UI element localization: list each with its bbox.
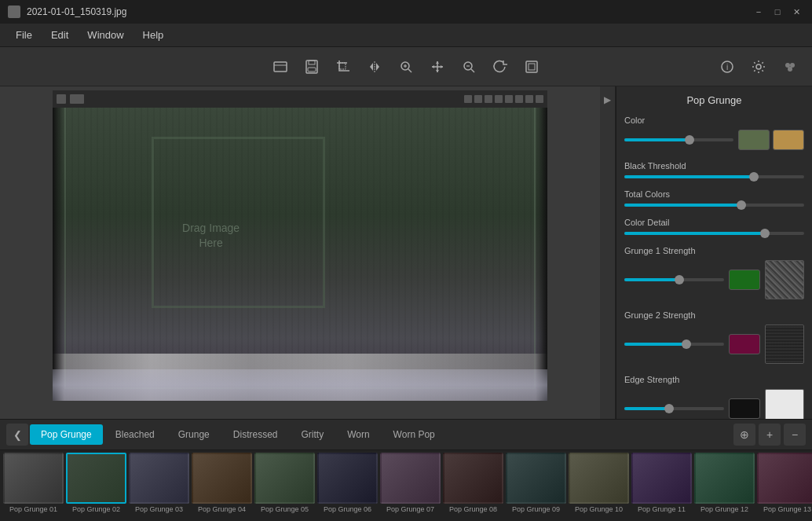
- info-button[interactable]: i: [713, 53, 741, 81]
- thumbnail-item[interactable]: Pop Grunge 09: [506, 453, 566, 519]
- grunge1-swatch[interactable]: [729, 270, 760, 290]
- thumbnail-label: Pop Grunge 07: [380, 505, 441, 513]
- grunge2-swatch[interactable]: [729, 334, 760, 354]
- grunge1-strength-slider[interactable]: [624, 278, 724, 281]
- svg-point-20: [788, 67, 792, 72]
- edge-texture[interactable]: [765, 389, 804, 419]
- svg-point-19: [790, 63, 795, 68]
- tab-gritty[interactable]: Gritty: [290, 424, 335, 445]
- grunge2-strength-slider[interactable]: [624, 343, 724, 346]
- panel-toggle-icon: ▶: [604, 94, 611, 105]
- thumbnail-label: Pop Grunge 03: [129, 505, 189, 513]
- thumbnail-image: [380, 453, 441, 504]
- thumbnail-item[interactable]: Pop Grunge 10: [569, 453, 629, 519]
- thumbnail-label: Pop Grunge 06: [317, 505, 378, 513]
- svg-rect-0: [274, 62, 287, 72]
- color-slider[interactable]: [624, 138, 733, 141]
- thumbnail-item[interactable]: Pop Grunge 12: [694, 453, 755, 519]
- menu-window[interactable]: Window: [78, 26, 133, 44]
- thumbnail-item[interactable]: Pop Grunge 03: [129, 453, 189, 519]
- total-colors-control: Total Colors: [624, 189, 804, 207]
- panel-content: Pop Grunge Color: [616, 86, 812, 419]
- thumbnail-label: Pop Grunge 12: [694, 505, 755, 513]
- color-detail-slider[interactable]: [624, 232, 804, 235]
- thumbnail-item[interactable]: Pop Grunge 11: [631, 453, 692, 519]
- color-swatch-1[interactable]: [738, 130, 770, 150]
- canvas-placeholder: Drag Image Here: [53, 90, 547, 401]
- settings-button[interactable]: [744, 53, 773, 81]
- menu-help[interactable]: Help: [134, 26, 174, 44]
- menubar: File Edit Window Help: [0, 24, 812, 47]
- color-detail-label: Color Detail: [624, 218, 804, 227]
- zoom-in-tool[interactable]: [392, 53, 420, 81]
- canvas-panel-row: Drag Image Here: [0, 86, 812, 419]
- color-control: Color: [624, 116, 804, 150]
- tab-worn-pop[interactable]: Worn Pop: [382, 424, 446, 445]
- thumbnail-item[interactable]: Pop Grunge 04: [192, 453, 252, 519]
- thumbnail-label: Pop Grunge 04: [192, 505, 252, 513]
- grunge1-texture[interactable]: [765, 260, 804, 299]
- panel-toggle-button[interactable]: ▶: [600, 86, 616, 419]
- effects-button[interactable]: [776, 53, 804, 81]
- prev-filter-button[interactable]: ❮: [6, 424, 28, 446]
- open-image-tool[interactable]: [266, 53, 294, 81]
- tab-grunge[interactable]: Grunge: [167, 424, 221, 445]
- tab-bleached[interactable]: Bleached: [104, 424, 166, 445]
- minimize-button[interactable]: −: [751, 4, 766, 20]
- svg-point-17: [756, 64, 761, 69]
- add-filter-button[interactable]: +: [759, 424, 781, 446]
- rotate-tool[interactable]: [486, 53, 514, 81]
- pan-tool[interactable]: [423, 53, 452, 81]
- edge-swatch[interactable]: [729, 398, 760, 419]
- thumbnail-item[interactable]: Pop Grunge 01: [3, 453, 64, 519]
- black-threshold-control: Black Threshold: [624, 161, 804, 178]
- menu-file[interactable]: File: [6, 26, 42, 44]
- thumbnail-image: [443, 453, 503, 504]
- tab-pop-grunge[interactable]: Pop Grunge: [30, 424, 103, 445]
- toolbar: i: [0, 47, 812, 86]
- edge-strength-label: Edge Strength: [624, 375, 804, 384]
- color-swatch-2[interactable]: [773, 130, 804, 150]
- thumbnail-item[interactable]: Pop Grunge 02: [66, 453, 126, 519]
- grunge2-texture[interactable]: [765, 325, 804, 364]
- grunge1-strength-label: Grunge 1 Strength: [624, 246, 804, 255]
- flip-tool[interactable]: [360, 53, 389, 81]
- thumbnail-label: Pop Grunge 09: [506, 505, 566, 513]
- total-colors-slider[interactable]: [624, 204, 804, 207]
- main-wrapper: Drag Image Here: [0, 86, 812, 521]
- black-threshold-slider[interactable]: [624, 175, 804, 178]
- titlebar: 2021-01-01_150319.jpg − □ ✕: [0, 0, 812, 24]
- thumbnail-item[interactable]: Pop Grunge 07: [380, 453, 441, 519]
- thumbnail-image: [129, 453, 189, 504]
- drag-text: Drag Image Here: [182, 221, 240, 251]
- filter-options-button[interactable]: ⊕: [733, 424, 755, 446]
- thumbnail-image: [317, 453, 378, 504]
- canvas-area: Drag Image Here: [0, 86, 600, 419]
- fit-to-screen-tool[interactable]: [518, 53, 546, 81]
- thumbnail-image: [66, 453, 126, 504]
- tab-distressed[interactable]: Distressed: [222, 424, 289, 445]
- svg-point-18: [785, 63, 790, 68]
- thumbnail-item[interactable]: Pop Grunge 06: [317, 453, 378, 519]
- save-tool[interactable]: [298, 53, 326, 81]
- svg-line-7: [408, 69, 411, 72]
- svg-rect-13: [526, 61, 537, 72]
- black-threshold-label: Black Threshold: [624, 161, 804, 171]
- thumbnail-item[interactable]: Pop Grunge 13: [757, 453, 812, 519]
- zoom-out-tool[interactable]: [455, 53, 483, 81]
- close-button[interactable]: ✕: [788, 4, 804, 20]
- tab-worn[interactable]: Worn: [336, 424, 380, 445]
- thumbnail-image: [631, 453, 692, 504]
- window-title: 2021-01-01_150319.jpg: [27, 6, 744, 17]
- menu-edit[interactable]: Edit: [42, 26, 78, 44]
- thumbnail-item[interactable]: Pop Grunge 08: [443, 453, 503, 519]
- filter-tabs: ❮ Pop Grunge Bleached Grunge Distressed …: [0, 419, 812, 450]
- thumbnail-item[interactable]: Pop Grunge 05: [254, 453, 315, 519]
- remove-filter-button[interactable]: −: [784, 424, 806, 446]
- edge-strength-slider[interactable]: [624, 407, 724, 410]
- maximize-button[interactable]: □: [770, 4, 785, 20]
- right-panel-container: ▶ Pop Grunge Color: [600, 86, 812, 419]
- canvas-inner: Drag Image Here: [53, 90, 547, 401]
- crop-tool[interactable]: [329, 53, 357, 81]
- thumbnail-image: [192, 453, 252, 504]
